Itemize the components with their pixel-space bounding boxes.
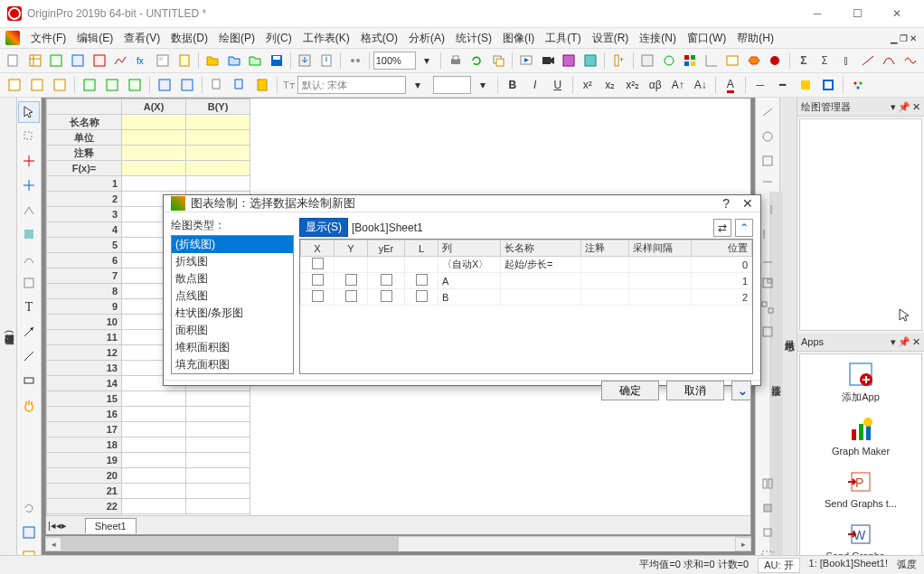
menu-window[interactable]: 窗口(W) bbox=[682, 29, 731, 48]
insert-graph-icon[interactable] bbox=[18, 522, 40, 543]
menu-connectivity[interactable]: 连接(N) bbox=[634, 29, 682, 48]
batch-icon[interactable] bbox=[344, 50, 365, 71]
copy-page-icon[interactable] bbox=[206, 74, 228, 96]
menu-analysis[interactable]: 分析(A) bbox=[403, 29, 450, 48]
panel-menu-icon[interactable]: ▾ bbox=[891, 101, 896, 113]
fontsize-combo[interactable] bbox=[433, 76, 471, 94]
plot-type-item[interactable]: 散点图 bbox=[172, 270, 293, 287]
col-header-b[interactable]: B(Y) bbox=[186, 99, 250, 115]
new-project-icon[interactable] bbox=[4, 50, 24, 71]
rescale-icon[interactable] bbox=[701, 50, 721, 71]
chk-x[interactable] bbox=[312, 274, 324, 286]
fill-color-icon[interactable] bbox=[795, 74, 816, 96]
font-dropdown-icon[interactable]: ▾ bbox=[407, 74, 429, 96]
mask-tool-icon[interactable] bbox=[18, 223, 40, 245]
palette-icon[interactable] bbox=[847, 74, 869, 96]
text-tool-icon[interactable]: T bbox=[18, 296, 40, 318]
menu-format[interactable]: 格式(O) bbox=[355, 29, 403, 48]
new-matrix-icon[interactable] bbox=[89, 50, 109, 71]
zoom-combo[interactable]: 100% bbox=[373, 52, 416, 70]
new-layout-icon[interactable] bbox=[153, 50, 174, 71]
line-color-icon[interactable] bbox=[817, 74, 839, 96]
stats-col-icon[interactable]: ⫿ bbox=[836, 50, 857, 71]
graph-manager-body[interactable] bbox=[799, 118, 922, 331]
sheet-tab[interactable]: Sheet1 bbox=[85, 518, 137, 533]
status-au[interactable]: AU: 开 bbox=[758, 558, 799, 573]
app-graph-maker[interactable]: Graph Maker bbox=[800, 409, 921, 462]
minimize-button[interactable]: ─ bbox=[797, 0, 837, 27]
video-icon[interactable] bbox=[538, 50, 559, 71]
ws-e-icon[interactable] bbox=[101, 74, 123, 96]
increase-font-icon[interactable]: A↑ bbox=[667, 74, 689, 96]
poly-fit-icon[interactable] bbox=[879, 50, 900, 71]
speed-mode-icon[interactable] bbox=[757, 126, 778, 147]
menu-worksheet[interactable]: 工作表(K) bbox=[297, 29, 355, 48]
plot-type-item[interactable]: 面积图 bbox=[172, 322, 293, 339]
plot-type-item[interactable]: 填充面积图 bbox=[172, 356, 293, 373]
plot-type-item[interactable]: 折线图 bbox=[172, 253, 293, 270]
chk-l[interactable] bbox=[416, 274, 428, 286]
ungroup-icon[interactable] bbox=[757, 473, 778, 494]
row-units[interactable]: 单位 bbox=[47, 130, 122, 146]
zoom-tool-icon[interactable] bbox=[18, 126, 40, 147]
chk-x[interactable] bbox=[312, 290, 324, 302]
plot-type-item[interactable]: (折线图) bbox=[172, 236, 293, 253]
stats-sum-icon[interactable]: Σ bbox=[794, 50, 815, 71]
chk-y[interactable] bbox=[345, 274, 357, 286]
code-builder-icon[interactable] bbox=[637, 50, 658, 71]
mdi-restore-icon[interactable]: ❐ bbox=[900, 33, 908, 43]
arrow-tool-icon[interactable] bbox=[18, 321, 40, 343]
italic-icon[interactable]: I bbox=[524, 74, 546, 96]
th-pos[interactable]: 位置 bbox=[692, 240, 752, 257]
maximize-button[interactable]: ☐ bbox=[837, 0, 877, 27]
ws-f-icon[interactable] bbox=[124, 74, 146, 96]
transfer-icon[interactable] bbox=[744, 50, 765, 71]
greek-icon[interactable]: αβ bbox=[645, 74, 666, 96]
chk-yer[interactable] bbox=[381, 274, 392, 286]
new-graph-icon[interactable] bbox=[68, 50, 89, 71]
swap-panel-icon[interactable]: ⇄ bbox=[713, 219, 731, 237]
tab-project-explorer[interactable]: 项目管理器 (1) bbox=[3, 324, 16, 346]
draw-tool-icon[interactable] bbox=[18, 248, 40, 269]
import-single-icon[interactable] bbox=[316, 50, 337, 71]
th-yer[interactable]: yEr bbox=[368, 240, 405, 257]
chk-l[interactable] bbox=[416, 290, 428, 302]
save-icon[interactable] bbox=[267, 50, 288, 71]
screen-reader-tool-icon[interactable] bbox=[18, 150, 40, 172]
data-selector-tool-icon[interactable] bbox=[18, 199, 40, 221]
new-notes-icon[interactable] bbox=[174, 50, 195, 71]
publish-icon[interactable] bbox=[559, 50, 580, 71]
linear-fit-icon[interactable] bbox=[857, 50, 878, 71]
apps-close-icon[interactable]: ✕ bbox=[912, 336, 920, 348]
line-tool-icon[interactable] bbox=[18, 345, 40, 367]
app-send-ppt[interactable]: P Send Graphs t... bbox=[800, 462, 921, 514]
close-button[interactable]: ✕ bbox=[877, 0, 917, 27]
th-l[interactable]: L bbox=[405, 240, 438, 257]
underline-icon[interactable]: U bbox=[547, 74, 569, 96]
ws-g-icon[interactable] bbox=[154, 74, 175, 96]
duplicate-icon[interactable] bbox=[488, 50, 509, 71]
expand-top-icon[interactable]: ⌃ bbox=[735, 219, 753, 237]
panel-close-icon[interactable]: ✕ bbox=[912, 101, 920, 113]
fontsize-dropdown-icon[interactable]: ▾ bbox=[472, 74, 494, 96]
dialog-close-icon[interactable]: ✕ bbox=[742, 196, 753, 211]
front-icon[interactable] bbox=[757, 497, 778, 519]
plot-type-item[interactable]: 点线图 bbox=[172, 287, 293, 305]
plot-type-list[interactable]: (折线图) 折线图 散点图 点线图 柱状图/条形图 面积图 堆积面积图 填充面积… bbox=[171, 235, 294, 374]
ws-a-icon[interactable] bbox=[4, 74, 25, 96]
expand-bottom-icon[interactable]: ⌄ bbox=[731, 381, 751, 400]
show-button[interactable]: 显示(S) bbox=[299, 218, 348, 237]
apps-menu-icon[interactable]: ▾ bbox=[891, 336, 896, 348]
template-library-icon[interactable] bbox=[722, 50, 743, 71]
data-columns-table[interactable]: X Y yEr L 列 长名称 注释 采样间隔 位置 〈自动X〉 bbox=[299, 239, 753, 374]
menu-image[interactable]: 图像(I) bbox=[497, 29, 540, 48]
workarea-hscroll[interactable]: ◂▸ bbox=[45, 536, 751, 551]
open-excel-icon[interactable] bbox=[245, 50, 266, 71]
th-sampling[interactable]: 采样间隔 bbox=[629, 240, 692, 257]
anti-alias-icon[interactable] bbox=[757, 101, 778, 123]
new-excel-icon[interactable] bbox=[46, 50, 67, 71]
nlfit-icon[interactable] bbox=[900, 50, 920, 71]
subscript-icon[interactable]: x₂ bbox=[599, 74, 621, 96]
plot-type-item[interactable]: 柱状图/条形图 bbox=[172, 305, 293, 322]
ws-h-icon[interactable] bbox=[176, 74, 198, 96]
